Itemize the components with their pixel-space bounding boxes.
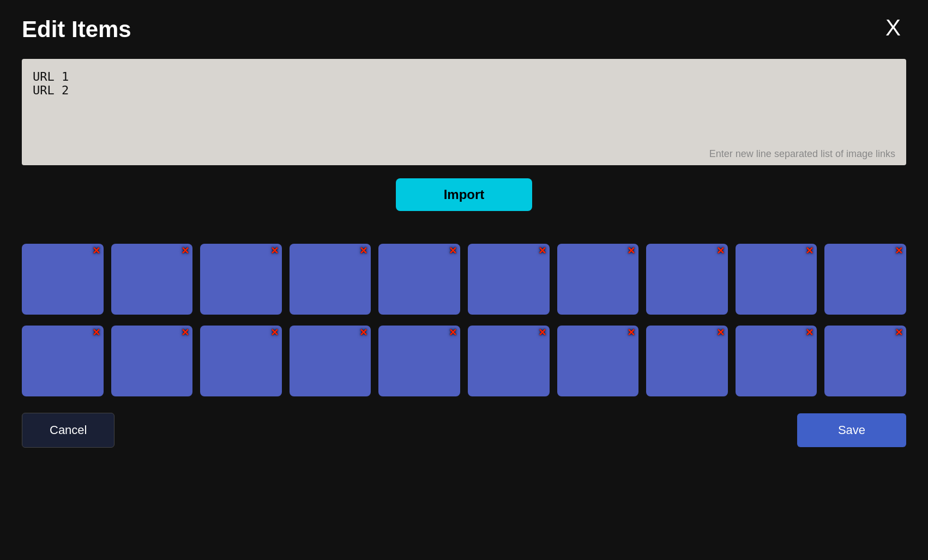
item-remove-13[interactable]: ✕ xyxy=(270,328,279,338)
item-remove-7[interactable]: ✕ xyxy=(627,246,635,256)
item-remove-4[interactable]: ✕ xyxy=(359,246,367,256)
item-remove-18[interactable]: ✕ xyxy=(716,328,725,338)
modal-header: Edit Items X xyxy=(22,16,906,43)
item-remove-10[interactable]: ✕ xyxy=(895,246,903,256)
item-remove-6[interactable]: ✕ xyxy=(538,246,546,256)
item-card-18[interactable]: ✕ xyxy=(646,326,728,396)
cancel-button[interactable]: Cancel xyxy=(22,413,115,448)
item-remove-14[interactable]: ✕ xyxy=(359,328,367,338)
item-card-4[interactable]: ✕ xyxy=(290,244,371,315)
item-remove-11[interactable]: ✕ xyxy=(92,328,100,338)
item-card-15[interactable]: ✕ xyxy=(378,326,460,396)
item-card-13[interactable]: ✕ xyxy=(200,326,282,396)
item-card-10[interactable]: ✕ xyxy=(824,244,906,315)
item-card-14[interactable]: ✕ xyxy=(290,326,371,396)
item-card-6[interactable]: ✕ xyxy=(468,244,550,315)
item-remove-1[interactable]: ✕ xyxy=(92,246,100,256)
item-remove-20[interactable]: ✕ xyxy=(895,328,903,338)
url-textarea[interactable]: URL 1 URL 2 xyxy=(22,59,906,165)
item-remove-9[interactable]: ✕ xyxy=(805,246,813,256)
item-remove-5[interactable]: ✕ xyxy=(449,246,457,256)
item-card-12[interactable]: ✕ xyxy=(111,326,193,396)
item-remove-17[interactable]: ✕ xyxy=(627,328,635,338)
item-card-1[interactable]: ✕ xyxy=(22,244,104,315)
modal-footer: Cancel Save xyxy=(22,413,906,448)
item-remove-15[interactable]: ✕ xyxy=(449,328,457,338)
item-remove-3[interactable]: ✕ xyxy=(270,246,279,256)
import-container: Import xyxy=(22,178,906,211)
item-card-19[interactable]: ✕ xyxy=(736,326,817,396)
close-button[interactable]: X xyxy=(880,16,906,39)
item-card-17[interactable]: ✕ xyxy=(557,326,639,396)
save-button[interactable]: Save xyxy=(797,413,906,447)
item-card-20[interactable]: ✕ xyxy=(824,326,906,396)
modal-title: Edit Items xyxy=(22,16,131,43)
edit-items-modal: Edit Items X URL 1 URL 2 Enter new line … xyxy=(0,0,928,560)
item-remove-2[interactable]: ✕ xyxy=(181,246,189,256)
item-card-5[interactable]: ✕ xyxy=(378,244,460,315)
item-card-9[interactable]: ✕ xyxy=(736,244,817,315)
item-remove-16[interactable]: ✕ xyxy=(538,328,546,338)
item-card-7[interactable]: ✕ xyxy=(557,244,639,315)
item-card-2[interactable]: ✕ xyxy=(111,244,193,315)
item-remove-12[interactable]: ✕ xyxy=(181,328,189,338)
item-card-3[interactable]: ✕ xyxy=(200,244,282,315)
url-input-container: URL 1 URL 2 Enter new line separated lis… xyxy=(22,59,906,167)
item-remove-8[interactable]: ✕ xyxy=(716,246,725,256)
item-remove-19[interactable]: ✕ xyxy=(805,328,813,338)
items-grid-row1: ✕ ✕ ✕ ✕ ✕ ✕ ✕ ✕ ✕ ✕ xyxy=(22,244,906,315)
item-card-8[interactable]: ✕ xyxy=(646,244,728,315)
items-grid-row2: ✕ ✕ ✕ ✕ ✕ ✕ ✕ ✕ ✕ ✕ xyxy=(22,326,906,396)
item-card-16[interactable]: ✕ xyxy=(468,326,550,396)
item-card-11[interactable]: ✕ xyxy=(22,326,104,396)
import-button[interactable]: Import xyxy=(396,178,532,211)
